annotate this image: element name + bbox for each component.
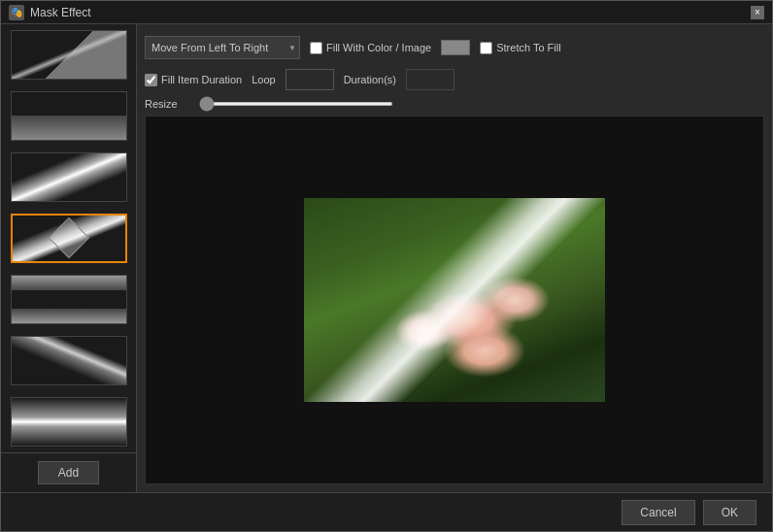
- slider-wrapper: [199, 102, 764, 106]
- content-area: Add Move From Left To Right Move From Ri…: [1, 24, 772, 492]
- fill-duration-checkbox-label[interactable]: Fill Item Duration: [145, 74, 242, 86]
- main-panel: Move From Left To Right Move From Right …: [137, 24, 772, 492]
- sidebar-item-6[interactable]: [11, 336, 127, 385]
- sidebar-bottom: Add: [1, 452, 136, 492]
- add-button[interactable]: Add: [38, 461, 99, 484]
- loop-label: Loop: [252, 74, 275, 85]
- cancel-button[interactable]: Cancel: [622, 500, 694, 525]
- preview-image-container: [304, 198, 605, 402]
- mask-preview-5: [12, 276, 126, 323]
- mask-overlay-effect: [304, 198, 605, 402]
- controls-row1: Move From Left To Right Move From Right …: [145, 32, 764, 63]
- sidebar-item-4[interactable]: [11, 214, 127, 264]
- sidebar-item-3[interactable]: [11, 152, 127, 202]
- stretch-checkbox[interactable]: [480, 42, 492, 54]
- window-title: Mask Effect: [30, 6, 90, 19]
- fill-color-checkbox[interactable]: [310, 42, 322, 54]
- window-icon: 🎭: [9, 5, 24, 20]
- loop-input[interactable]: 0: [286, 69, 334, 90]
- mask-preview-3: [12, 153, 126, 201]
- mask-preview-6: [12, 337, 126, 384]
- fill-duration-label: Fill Item Duration: [161, 74, 242, 85]
- ok-button[interactable]: OK: [703, 500, 756, 525]
- bottom-bar: Cancel OK: [1, 492, 772, 531]
- controls-row3: Resize: [145, 96, 764, 112]
- close-button[interactable]: ×: [751, 6, 764, 19]
- sidebar-item-7[interactable]: [11, 397, 127, 447]
- sidebar: Add: [1, 24, 137, 492]
- fill-color-label: Fill With Color / Image: [326, 42, 431, 53]
- preview-image: [304, 198, 605, 402]
- transition-dropdown[interactable]: Move From Left To Right Move From Right …: [145, 36, 300, 59]
- duration-input[interactable]: 1.0: [406, 69, 454, 90]
- stretch-checkbox-label[interactable]: Stretch To Fill: [480, 42, 560, 54]
- sidebar-item-5[interactable]: [11, 275, 127, 324]
- duration-label: Duration(s): [344, 74, 396, 85]
- stretch-label: Stretch To Fill: [496, 42, 560, 53]
- title-bar-left: 🎭 Mask Effect: [9, 5, 90, 20]
- color-swatch[interactable]: [441, 40, 470, 55]
- fill-color-checkbox-label[interactable]: Fill With Color / Image: [310, 42, 431, 54]
- mask-preview-4: [13, 216, 125, 262]
- transition-select-wrapper[interactable]: Move From Left To Right Move From Right …: [145, 36, 300, 59]
- resize-label: Resize: [145, 98, 193, 110]
- resize-slider[interactable]: [199, 102, 393, 106]
- controls-row2: Fill Item Duration Loop 0 Duration(s) 1.…: [145, 67, 764, 92]
- mask-effect-window: 🎭 Mask Effect ×: [0, 0, 773, 532]
- preview-area: [145, 116, 764, 484]
- title-bar: 🎭 Mask Effect ×: [1, 1, 772, 24]
- sidebar-item-2[interactable]: [11, 91, 127, 141]
- mask-preview-7: [12, 398, 126, 446]
- fill-duration-checkbox[interactable]: [145, 74, 157, 86]
- sidebar-item-1[interactable]: [11, 30, 127, 80]
- mask-preview-2: [12, 92, 126, 140]
- mask-preview-1: [12, 31, 126, 79]
